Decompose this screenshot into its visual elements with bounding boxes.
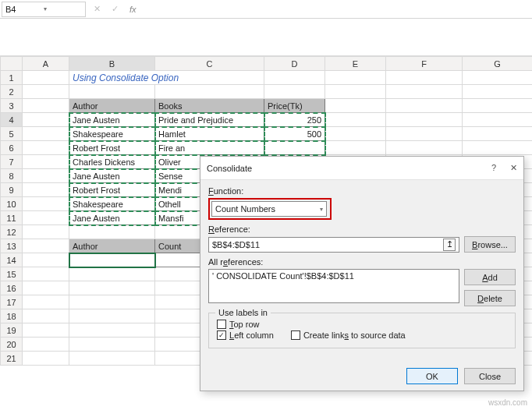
consolidate-dialog: Consolidate ? ✕ Function: Count Numbers … [200,156,524,391]
table-cell[interactable]: Charles Dickens [69,155,154,168]
watermark: wsxdn.com [488,398,527,407]
col-header-c[interactable]: C [155,57,264,71]
row-header[interactable]: 13 [1,239,23,253]
row-header[interactable]: 16 [1,281,23,295]
reference-input[interactable]: $B$4:$D$11 ↥ [208,237,459,253]
allrefs-label: All references: [208,257,516,267]
table-header: Author [69,99,154,112]
col-header-f[interactable]: F [386,57,463,71]
fx-icon[interactable]: fx [129,5,137,14]
row-header[interactable]: 5 [1,127,23,141]
reference-value: $B$4:$D$11 [212,240,260,249]
table-cell[interactable]: Fire an [155,141,264,154]
row-header[interactable]: 19 [1,323,23,338]
table-header: Author [69,239,154,253]
row-header[interactable]: 14 [1,253,23,267]
ribbon-area [0,19,532,56]
delete-button[interactable]: Delete [464,290,516,306]
function-highlight: Count Numbers ▾ [208,198,332,220]
reference-label: eference: [215,224,250,234]
col-header-a[interactable]: A [23,57,69,71]
table-cell[interactable]: Robert Frost [69,183,154,196]
function-combo[interactable]: Count Numbers ▾ [211,201,327,217]
chevron-down-icon: ▾ [320,206,323,213]
row-header[interactable]: 7 [1,155,23,169]
function-value: Count Numbers [215,204,275,214]
row-header[interactable]: 1 [1,71,23,85]
row-header[interactable]: 9 [1,183,23,197]
col-header-g[interactable]: G [463,57,533,71]
dialog-title: Consolidate [207,164,252,173]
table-cell[interactable]: Jane Austen [69,169,154,182]
table-cell[interactable]: 500 [264,127,325,140]
row-header[interactable]: 17 [1,295,23,309]
close-button[interactable]: Close [464,368,516,384]
row-header[interactable]: 18 [1,309,23,323]
row-header[interactable]: 6 [1,141,23,155]
active-cell[interactable] [69,253,155,267]
group-legend: Use labels in [215,308,271,317]
row-header[interactable]: 11 [1,211,23,225]
list-item[interactable]: ' CONSOLIDATE Count'!$B$4:$D$11 [212,271,456,281]
name-box[interactable]: B4 ▾ [2,2,86,17]
table-cell[interactable]: Jane Austen [69,211,154,224]
close-icon[interactable]: ✕ [510,163,517,173]
ok-button[interactable]: OK [406,368,458,384]
row-header[interactable]: 20 [1,338,23,352]
table-cell[interactable]: Robert Frost [69,141,154,154]
table-header: Books [155,99,264,112]
chevron-down-icon: ▾ [44,5,82,12]
add-button[interactable]: Add [464,269,516,285]
help-icon[interactable]: ? [491,163,496,173]
name-box-value: B4 [5,5,44,14]
col-header-b[interactable]: B [69,57,155,71]
table-header: Price(Tk) [264,99,325,112]
table-cell[interactable]: Jane Austen [69,113,154,126]
title-text: Using Consolidate Option [69,71,264,84]
all-references-list[interactable]: ' CONSOLIDATE Count'!$B$4:$D$11 [208,269,459,303]
row-header[interactable]: 15 [1,267,23,281]
table-cell[interactable]: Shakespeare [69,197,154,210]
col-header-e[interactable]: E [325,57,386,71]
row-header[interactable]: 10 [1,197,23,211]
row-header[interactable]: 3 [1,99,23,113]
col-header-d[interactable]: D [264,57,325,71]
browse-button[interactable]: Browse... [464,236,516,253]
table-cell[interactable]: Shakespeare [69,127,154,140]
left-column-label: Left column [229,330,274,340]
table-cell[interactable]: Pride and Prejudice [155,113,264,126]
create-links-label: Create links to source data [303,330,406,340]
row-header[interactable]: 8 [1,169,23,183]
confirm-formula-icon: ✓ [112,4,119,14]
corner-cell[interactable] [1,57,23,71]
row-header[interactable]: 2 [1,85,23,99]
left-column-checkbox[interactable]: ✓ [217,330,226,340]
create-links-checkbox[interactable] [291,330,300,340]
row-header[interactable]: 12 [1,225,23,239]
top-row-checkbox[interactable] [217,320,226,329]
row-header[interactable]: 21 [1,352,23,366]
table-cell[interactable]: 250 [264,113,325,126]
top-row-label: Top row [229,320,260,329]
table-cell[interactable]: Hamlet [155,127,264,140]
function-label: unction: [214,186,244,196]
range-picker-icon[interactable]: ↥ [443,239,456,251]
row-header[interactable]: 4 [1,113,23,127]
cancel-formula-icon: ✕ [94,4,101,14]
